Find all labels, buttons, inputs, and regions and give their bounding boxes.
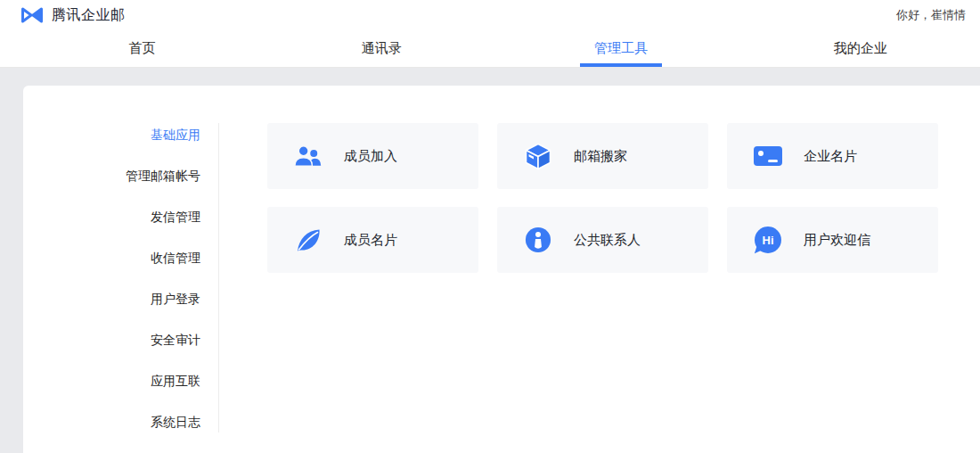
app-card-grid: 成员加入 邮箱搬家 企业名片 bbox=[267, 123, 938, 273]
sidebar-item-incoming-mail[interactable]: 收信管理 bbox=[23, 237, 218, 278]
welcome-badge-text: Hi bbox=[763, 234, 774, 247]
sidebar-item-manage-accounts[interactable]: 管理邮箱帐号 bbox=[23, 155, 218, 196]
sidebar-item-app-integration[interactable]: 应用互联 bbox=[23, 360, 218, 401]
top-header: 腾讯企业邮 你好，崔情情 bbox=[0, 0, 980, 30]
card-label: 成员名片 bbox=[344, 232, 397, 249]
card-public-contacts[interactable]: 公共联系人 bbox=[497, 207, 708, 273]
card-label: 邮箱搬家 bbox=[574, 148, 627, 165]
sidebar-item-user-login[interactable]: 用户登录 bbox=[23, 278, 218, 319]
main-nav: 首页 通讯录 管理工具 我的企业 bbox=[0, 30, 980, 68]
app-logo[interactable]: 腾讯企业邮 bbox=[20, 6, 126, 25]
user-greeting[interactable]: 你好，崔情情 bbox=[896, 7, 966, 23]
card-mailbox-migration[interactable]: 邮箱搬家 bbox=[497, 123, 708, 189]
tab-my-company[interactable]: 我的企业 bbox=[740, 30, 980, 67]
sidebar-item-outgoing-mail[interactable]: 发信管理 bbox=[23, 196, 218, 237]
tab-contacts[interactable]: 通讯录 bbox=[262, 30, 502, 67]
tab-admin-tools[interactable]: 管理工具 bbox=[502, 30, 741, 67]
sidebar-item-security-audit[interactable]: 安全审计 bbox=[23, 319, 218, 360]
card-label: 企业名片 bbox=[804, 148, 857, 165]
sidebar: 基础应用 管理邮箱帐号 发信管理 收信管理 用户登录 安全审计 应用互联 系统日… bbox=[23, 114, 218, 442]
sidebar-item-system-log[interactable]: 系统日志 bbox=[23, 401, 218, 442]
card-company-card[interactable]: 企业名片 bbox=[727, 123, 938, 189]
app-title: 腾讯企业邮 bbox=[52, 6, 126, 25]
sidebar-divider bbox=[218, 123, 219, 432]
sidebar-item-basic-apps[interactable]: 基础应用 bbox=[23, 114, 218, 155]
card-member-card[interactable]: 成员名片 bbox=[267, 207, 478, 273]
company-card-icon bbox=[754, 142, 782, 170]
card-members-join[interactable]: 成员加入 bbox=[267, 123, 478, 189]
card-label: 用户欢迎信 bbox=[804, 232, 870, 249]
member-card-leaf-icon bbox=[294, 226, 323, 254]
content-panel: 基础应用 管理邮箱帐号 发信管理 收信管理 用户登录 安全审计 应用互联 系统日… bbox=[23, 86, 980, 453]
card-welcome-letter[interactable]: Hi 用户欢迎信 bbox=[727, 207, 938, 273]
card-label: 成员加入 bbox=[344, 148, 397, 165]
welcome-letter-icon: Hi bbox=[754, 226, 782, 254]
members-join-icon bbox=[294, 142, 323, 170]
public-contacts-icon bbox=[524, 226, 552, 254]
mailbox-migration-icon bbox=[524, 142, 552, 170]
tab-home[interactable]: 首页 bbox=[22, 30, 262, 67]
exmail-logo-icon bbox=[20, 6, 45, 24]
card-label: 公共联系人 bbox=[574, 232, 641, 249]
